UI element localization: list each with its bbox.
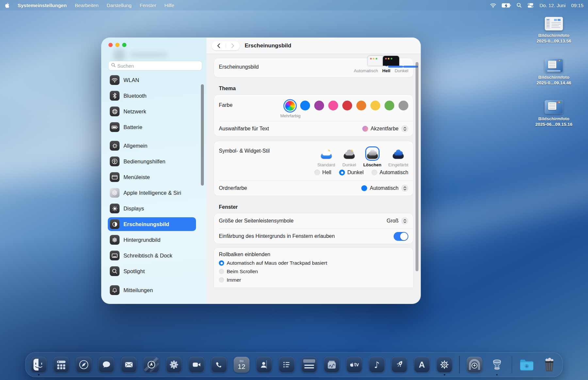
dock-finder-icon[interactable]	[31, 357, 47, 372]
radio-icon	[219, 277, 224, 283]
sidebar-item-bluetooth[interactable]: Bluetooth	[108, 89, 196, 103]
dock-apps-icon[interactable]	[54, 357, 69, 372]
stepper-icon[interactable]	[401, 125, 408, 132]
desktop-file-screenshot-3[interactable]: Bildschirmfoto 2025-06...09.15.16	[535, 100, 572, 127]
wifi-icon[interactable]	[490, 3, 496, 8]
stepper-icon[interactable]	[401, 185, 408, 192]
menu-app-name[interactable]: Systemeinstellungen	[18, 3, 67, 8]
back-button[interactable]	[212, 41, 226, 50]
style-option-standard[interactable]: Standard	[317, 146, 335, 167]
dock-settings-icon[interactable]	[437, 357, 452, 372]
dock-photos-icon[interactable]	[166, 357, 182, 372]
rollbalken-option-immer[interactable]: Immer	[219, 277, 408, 283]
dock-messages-icon[interactable]	[99, 357, 114, 372]
color-swatch-blue[interactable]	[300, 101, 310, 110]
search-input[interactable]	[117, 63, 199, 69]
dock-music-icon[interactable]: ♪	[369, 357, 385, 372]
sidebar-search-field[interactable]	[108, 61, 202, 70]
color-swatch-yellow[interactable]	[370, 101, 380, 110]
appearance-card: Erscheinungsbild Automatisch	[214, 58, 413, 77]
forward-button[interactable]	[226, 41, 240, 50]
sidebar-scrollbar[interactable]	[201, 84, 204, 186]
dock-maps-icon[interactable]	[144, 357, 159, 372]
dock-calendar-icon[interactable]: Do 12	[234, 357, 250, 372]
color-swatch-red[interactable]	[342, 101, 352, 110]
sidebar-item-apple-intelligence-siri[interactable]: Apple Intelligence & Siri	[108, 186, 196, 200]
color-swatch-pink[interactable]	[328, 101, 338, 110]
menubar-time[interactable]: 09:15	[571, 3, 583, 8]
content-scrollbar[interactable]	[416, 62, 418, 271]
minimize-button[interactable]	[115, 43, 120, 47]
mode-option-dunkel[interactable]: Dunkel	[339, 170, 364, 175]
style-option-eingefaerbt[interactable]: Eingefärbt	[388, 146, 408, 167]
battery-charging-icon[interactable]	[502, 3, 511, 8]
sidebar-item-batterie[interactable]: Batterie	[108, 120, 196, 134]
appearance-option-dunkel[interactable]: Dunkel	[395, 63, 408, 73]
desktop-file-screenshot-1[interactable]: Bildschirmfoto 2025-0...09.13.56	[537, 17, 571, 44]
dock-loupe-icon[interactable]	[489, 357, 505, 372]
mode-option-automatisch[interactable]: Automatisch	[371, 170, 408, 175]
dock-phone-icon[interactable]	[211, 357, 227, 372]
zoom-button[interactable]	[122, 43, 126, 47]
dock-contacts-icon[interactable]	[256, 357, 272, 372]
globe-icon	[110, 107, 120, 116]
appearance-option-label: Automatisch	[354, 68, 378, 73]
rollbalken-option-automatisch[interactable]: Automatisch auf Maus oder Trackpad basie…	[219, 260, 408, 266]
menu-bearbeiten[interactable]: Bearbeiten	[75, 3, 99, 8]
color-swatch-multicolor[interactable]	[285, 101, 295, 111]
sidebar-item-netzwerk[interactable]: Netzwerk	[108, 105, 196, 118]
sidebar-item-menueleiste[interactable]: Menüleiste	[108, 170, 196, 184]
color-swatch-purple[interactable]	[314, 101, 324, 110]
control-center-icon[interactable]	[527, 3, 534, 8]
search-icon[interactable]	[516, 3, 522, 8]
menu-fenster[interactable]: Fenster	[139, 3, 156, 8]
menubar-date[interactable]: Do. 12. Juni	[539, 3, 565, 8]
style-option-loeschen[interactable]: Löschen	[363, 146, 382, 167]
sidebar-item-erscheinungsbild[interactable]: Erscheinungsbild	[108, 217, 196, 231]
seitenleisten-dropdown[interactable]: Groß	[387, 217, 408, 224]
wallpaper-flower-icon	[110, 235, 120, 245]
user-profile-redacted[interactable]	[112, 48, 184, 62]
dock-tv-icon[interactable]: tv	[347, 357, 362, 372]
color-swatch-gray[interactable]	[399, 101, 408, 110]
rollbalken-option-beim-scrollen[interactable]: Beim Scrollen	[219, 269, 408, 274]
dock-freeform-icon[interactable]	[324, 357, 340, 372]
close-button[interactable]	[108, 43, 113, 47]
apple-menu-icon[interactable]	[5, 3, 9, 8]
sidebar-item-bedienungshilfen[interactable]: Bedienungshilfen	[108, 155, 196, 168]
fenster-card: Größe der Seitenleistensymbole Groß Einf…	[214, 213, 413, 244]
sidebar-item-schreibtisch-dock[interactable]: Schreibtisch & Dock	[108, 249, 196, 262]
auswahlfarbe-dropdown[interactable]: Akzentfarbe	[362, 125, 408, 132]
color-swatch-green[interactable]	[384, 101, 394, 110]
dock-trash-icon[interactable]	[542, 357, 557, 372]
dock-rocket-icon[interactable]	[392, 357, 407, 372]
dock-app-store-icon[interactable]: A	[414, 357, 430, 372]
sidebar-item-allgemein[interactable]: Allgemein	[108, 139, 196, 153]
dock-safari-icon[interactable]	[76, 357, 92, 372]
menu-hilfe[interactable]: Hilfe	[164, 3, 174, 8]
dock-reminders-icon[interactable]	[279, 357, 295, 372]
menu-darstellung[interactable]: Darstellung	[107, 3, 132, 8]
desktop-file-screenshot-2[interactable]: Bildschirmfoto 2025-0...09.14.46	[537, 59, 571, 86]
sidebar-item-label: Netzwerk	[123, 108, 146, 115]
sidebar-item-wlan[interactable]: WLAN	[108, 73, 196, 87]
stepper-icon[interactable]	[401, 217, 408, 224]
dock-notes-icon[interactable]	[302, 357, 317, 372]
app-store-glyph: A	[419, 360, 425, 369]
sidebar-item-spotlight[interactable]: Spotlight	[108, 264, 196, 278]
color-swatch-orange[interactable]	[356, 101, 366, 110]
dock-facetime-icon[interactable]	[189, 357, 204, 372]
sidebar-item-mitteilungen[interactable]: Mitteilungen	[108, 283, 196, 297]
dock-mail-icon[interactable]	[121, 357, 137, 372]
dock-installer-icon[interactable]	[466, 357, 482, 372]
sidebar-item-label: Hintergrundbild	[123, 237, 160, 243]
rollbalken-option-label: Immer	[227, 277, 241, 283]
dock-downloads-folder-icon[interactable]	[519, 357, 535, 372]
screenshot-thumbnail-1	[545, 17, 563, 30]
style-option-dunkel[interactable]: Dunkel	[342, 146, 356, 167]
sidebar-item-hintergrundbild[interactable]: Hintergrundbild	[108, 233, 196, 247]
mode-option-hell[interactable]: Hell	[314, 170, 332, 175]
ordnerfarbe-dropdown[interactable]: Automatisch	[361, 185, 408, 192]
einfaerbung-toggle-on[interactable]	[394, 232, 408, 241]
sidebar-item-displays[interactable]: Displays	[108, 202, 196, 215]
